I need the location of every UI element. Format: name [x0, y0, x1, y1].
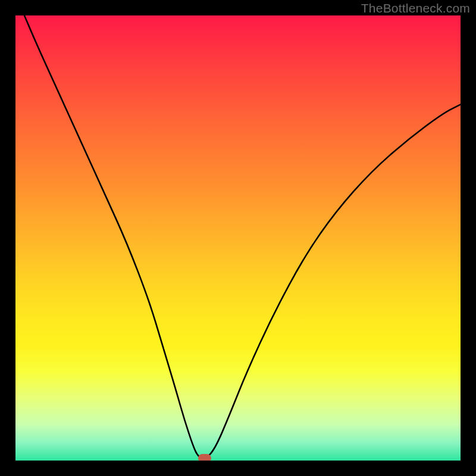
curve-layer — [15, 15, 461, 461]
bottleneck-curve — [24, 15, 461, 458]
plot-area — [15, 15, 461, 461]
chart-frame: TheBottleneck.com — [0, 0, 476, 476]
optimum-marker — [198, 454, 211, 461]
watermark-text: TheBottleneck.com — [361, 1, 470, 15]
